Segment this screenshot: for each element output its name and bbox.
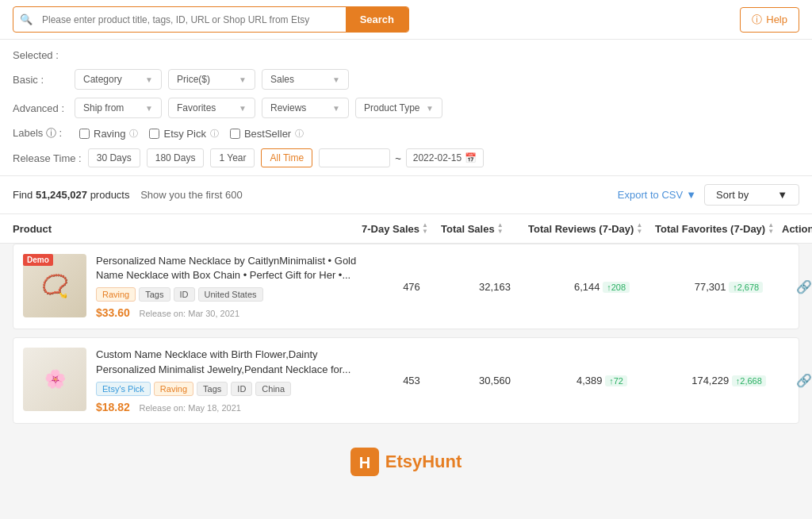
raving-checkbox-label[interactable]: Raving ⓘ bbox=[79, 128, 138, 140]
selected-row: Selected : bbox=[13, 49, 799, 61]
30-days-button[interactable]: 30 Days bbox=[88, 148, 140, 167]
product-tags: Etsy's Pick Raving Tags ID China bbox=[96, 382, 372, 396]
date-from-input[interactable] bbox=[319, 148, 390, 167]
product-price: $33.60 bbox=[96, 306, 130, 319]
product-price-row: $33.60 Release on: Mar 30, 2021 bbox=[96, 306, 372, 319]
link-icon[interactable]: 🔗 bbox=[796, 373, 812, 388]
export-csv-button[interactable]: Export to CSV ▼ bbox=[618, 189, 696, 201]
sort-by-button[interactable]: Sort by ▼ bbox=[704, 184, 799, 206]
product-price-row: $18.82 Release on: May 18, 2021 bbox=[96, 401, 372, 413]
category-dropdown[interactable]: Category ▼ bbox=[75, 69, 162, 90]
bestseller-checkbox-label[interactable]: BestSeller ⓘ bbox=[230, 128, 304, 140]
sort-arrows-icon: ▲▼ bbox=[768, 222, 774, 235]
tag-raving[interactable]: Raving bbox=[96, 287, 136, 302]
sales-7day-value: 476 bbox=[372, 281, 451, 293]
ship-from-dropdown[interactable]: Ship from ▼ bbox=[75, 98, 162, 118]
bestseller-checkbox[interactable] bbox=[230, 129, 240, 139]
favorites-dropdown[interactable]: Favorites ▼ bbox=[168, 98, 255, 118]
tag-raving[interactable]: Raving bbox=[154, 382, 193, 396]
release-time-label: Release Time : bbox=[13, 152, 82, 164]
table-row: 📿 Demo Personalized Name Necklace by Cai… bbox=[13, 244, 799, 329]
help-icon: ⓘ bbox=[752, 13, 762, 27]
total-favorites-value: 77,301 ↑2,678 bbox=[665, 281, 792, 293]
total-favorites-value: 174,229 ↑2,668 bbox=[665, 375, 792, 386]
product-image: 🌸 bbox=[23, 348, 86, 411]
1-year-button[interactable]: 1 Year bbox=[210, 148, 255, 167]
product-title[interactable]: Personalized Name Necklace by CaitlynMin… bbox=[96, 254, 372, 283]
col-favorites-header[interactable]: Total Favorites (7-Day) ▲▼ bbox=[655, 222, 782, 235]
results-info: Find 51,245,027 products Show you the fi… bbox=[13, 189, 243, 201]
top-bar: 🔍 Search ⓘ Help bbox=[0, 0, 812, 40]
product-type-dropdown[interactable]: Product Type ▼ bbox=[355, 98, 442, 118]
col-action-header: Action bbox=[782, 222, 812, 235]
link-icon[interactable]: 🔗 bbox=[796, 279, 812, 294]
reviews-dropdown[interactable]: Reviews ▼ bbox=[262, 98, 349, 118]
release-info: Release on: Mar 30, 2021 bbox=[139, 309, 239, 318]
product-image-wrap: 📿 Demo bbox=[23, 254, 86, 317]
calendar-icon: 📅 bbox=[465, 152, 477, 163]
labels-row: Labels ⓘ : Raving ⓘ Etsy Pick ⓘ BestSell… bbox=[13, 126, 799, 140]
tag-id[interactable]: ID bbox=[174, 287, 195, 302]
info-icon: ⓘ bbox=[129, 128, 138, 140]
table-header: Product 7-Day Sales ▲▼ Total Sales ▲▼ To… bbox=[0, 214, 812, 244]
total-reviews-value: 6,144 ↑208 bbox=[538, 281, 665, 293]
demo-badge: Demo bbox=[23, 254, 53, 266]
raving-checkbox[interactable] bbox=[79, 129, 90, 139]
chevron-down-icon: ▼ bbox=[145, 104, 153, 113]
advanced-label: Advanced : bbox=[13, 102, 68, 114]
help-button[interactable]: ⓘ Help bbox=[740, 7, 799, 33]
product-price: $18.82 bbox=[96, 401, 130, 413]
sort-arrows-icon: ▲▼ bbox=[422, 222, 428, 235]
product-tags: Raving Tags ID United States bbox=[96, 287, 372, 302]
chevron-down-icon: ▼ bbox=[426, 104, 434, 113]
chevron-down-icon: ▼ bbox=[686, 189, 696, 201]
table-row: 🌸 Custom Name Necklace with Birth Flower… bbox=[13, 337, 799, 423]
sales-dropdown[interactable]: Sales ▼ bbox=[262, 69, 349, 90]
tag-tags[interactable]: Tags bbox=[197, 382, 228, 396]
favorites-change: ↑2,668 bbox=[732, 375, 766, 386]
sort-arrows-icon: ▲▼ bbox=[497, 222, 504, 235]
logo-text: EtsyHunt bbox=[385, 452, 462, 472]
date-range: ~ 2022-02-15 📅 bbox=[319, 148, 484, 167]
etsy-pick-checkbox[interactable] bbox=[149, 129, 159, 139]
col-product-header: Product bbox=[13, 222, 362, 235]
tag-id[interactable]: ID bbox=[231, 382, 252, 396]
tag-country[interactable]: China bbox=[255, 382, 291, 396]
etsyhunt-logo-icon: H bbox=[350, 448, 379, 476]
release-time-row: Release Time : 30 Days 180 Days 1 Year A… bbox=[13, 148, 799, 167]
product-image-wrap: 🌸 bbox=[23, 348, 86, 411]
product-title[interactable]: Custom Name Necklace with Birth Flower,D… bbox=[96, 348, 372, 376]
search-wrapper: 🔍 Search bbox=[13, 6, 409, 33]
results-bar: Find 51,245,027 products Show you the fi… bbox=[0, 176, 812, 214]
tag-tags[interactable]: Tags bbox=[139, 287, 170, 302]
col-7day-sales-header[interactable]: 7-Day Sales ▲▼ bbox=[362, 222, 441, 235]
price-dropdown[interactable]: Price($) ▼ bbox=[168, 69, 255, 90]
sales-7day-value: 453 bbox=[372, 375, 451, 386]
col-total-sales-header[interactable]: Total Sales ▲▼ bbox=[441, 222, 528, 235]
find-text: Find bbox=[13, 189, 33, 201]
action-col: 🔗 📋 ☆ bbox=[792, 279, 812, 294]
search-button[interactable]: Search bbox=[346, 7, 408, 32]
reviews-change: ↑208 bbox=[603, 282, 630, 293]
search-input[interactable] bbox=[39, 9, 346, 31]
info-icon: ⓘ bbox=[295, 128, 304, 140]
col-reviews-header[interactable]: Total Reviews (7-Day) ▲▼ bbox=[528, 222, 655, 235]
footer: H EtsyHunt bbox=[0, 432, 812, 492]
chevron-down-icon: ▼ bbox=[332, 104, 340, 113]
search-icon: 🔍 bbox=[13, 13, 39, 25]
chevron-down-icon: ▼ bbox=[777, 189, 787, 201]
basic-label: Basic : bbox=[13, 74, 68, 86]
tag-country[interactable]: United States bbox=[198, 287, 263, 302]
info-icon: ⓘ bbox=[210, 128, 219, 140]
total-sales-value: 30,560 bbox=[451, 375, 538, 386]
etsy-pick-checkbox-label[interactable]: Etsy Pick ⓘ bbox=[149, 128, 218, 140]
tag-etsy-pick[interactable]: Etsy's Pick bbox=[96, 382, 151, 396]
reviews-change: ↑72 bbox=[605, 375, 627, 386]
180-days-button[interactable]: 180 Days bbox=[147, 148, 205, 167]
total-sales-value: 32,163 bbox=[451, 281, 538, 293]
sort-arrows-icon: ▲▼ bbox=[636, 222, 642, 235]
all-time-button[interactable]: All Time bbox=[261, 148, 312, 167]
date-to-display[interactable]: 2022-02-15 📅 bbox=[406, 148, 484, 167]
favorites-change: ↑2,678 bbox=[729, 282, 763, 293]
svg-text:H: H bbox=[358, 454, 370, 471]
